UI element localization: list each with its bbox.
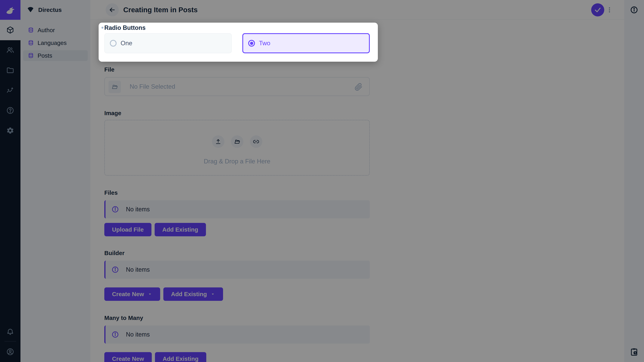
- radio-checked-icon: [248, 40, 255, 46]
- radio-field-label: Radio Buttons: [104, 24, 146, 31]
- radio-unchecked-icon: [110, 40, 116, 46]
- radio-options: One Two: [104, 33, 370, 53]
- radio-option-one[interactable]: One: [104, 33, 232, 53]
- radio-buttons-field-card: Radio Buttons One Two: [98, 23, 378, 62]
- edited-dot: [102, 27, 104, 29]
- radio-option-two[interactable]: Two: [242, 33, 370, 53]
